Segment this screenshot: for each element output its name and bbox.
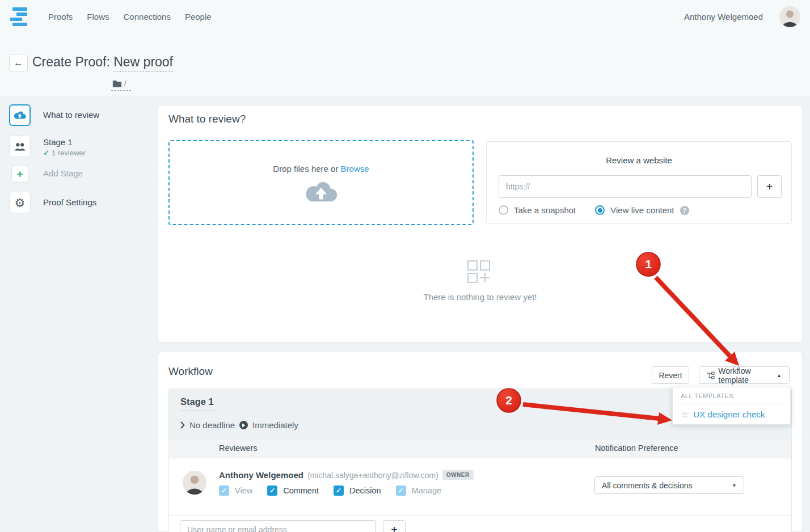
nav-item-people[interactable]: People	[185, 12, 212, 22]
avatar-image	[779, 6, 800, 27]
column-reviewers: Reviewers	[219, 444, 258, 453]
nav-item-proofs[interactable]: Proofs	[48, 12, 73, 22]
sidebar-stage-block: Stage 1 ✓ 1 reviewer	[43, 136, 86, 157]
proof-settings-label: Proof Settings	[43, 192, 96, 207]
workflow-template-button[interactable]: Workflow template ▲	[699, 366, 790, 384]
snapshot-label: Take a snapshot	[514, 205, 576, 215]
deadline-label[interactable]: No deadline	[189, 420, 235, 430]
empty-grid-icon	[467, 260, 493, 284]
permission-manage: ✓ Manage	[396, 485, 441, 496]
stage-title-field[interactable]: Stage 1	[180, 396, 217, 411]
website-card-title: Review a website	[487, 155, 791, 165]
plus-icon: +	[17, 169, 23, 179]
sidebar-item-stage-1[interactable]: Stage 1 ✓ 1 reviewer	[9, 136, 86, 157]
browse-link[interactable]: Browse	[341, 164, 369, 174]
reviewer-count: 1 reviewer	[52, 149, 86, 157]
create-proof-page: Proofs Flows Connections People Anthony …	[0, 0, 810, 532]
reviewer-name: Anthony Welgemoed	[219, 470, 303, 480]
empty-state: There is nothing to review yet!	[158, 260, 802, 302]
nav-item-flows[interactable]: Flows	[87, 12, 109, 22]
cloud-upload-icon	[305, 180, 338, 203]
logo-bar	[16, 12, 27, 16]
manage-label: Manage	[412, 486, 441, 495]
revert-button[interactable]: Revert	[652, 366, 689, 384]
add-reviewer-row: +	[169, 515, 791, 516]
reviewer-email: (michal.salyga+anthony@ziflow.com)	[307, 471, 438, 480]
workflow-template-menu: ALL TEMPLATES ☆ UX designer check	[672, 387, 791, 425]
sidebar-stage-status: ✓ 1 reviewer	[43, 149, 86, 157]
notification-preference-select[interactable]: All comments & decisions ▼	[594, 476, 744, 494]
template-menu-section: ALL TEMPLATES	[673, 387, 790, 404]
decision-checkbox[interactable]: ✓	[334, 485, 344, 496]
permission-decision: ✓ Decision	[334, 485, 381, 496]
permission-comment: ✓ Comment	[267, 485, 319, 496]
help-icon[interactable]: ?	[680, 206, 689, 215]
start-mode-icon	[239, 421, 248, 429]
reviewer-identity: Anthony Welgemoed (michal.salyga+anthony…	[219, 470, 474, 480]
upload-cloud-iconbox	[9, 104, 31, 126]
avatar-image	[183, 471, 206, 495]
title-prefix: Create Proof:	[32, 54, 110, 69]
template-item-label: UX designer check	[693, 409, 765, 419]
live-content-radio[interactable]	[595, 205, 605, 215]
comment-label: Comment	[283, 486, 319, 495]
add-url-button[interactable]: +	[757, 175, 782, 198]
workflow-template-icon	[707, 371, 715, 380]
caret-up-icon: ▲	[777, 373, 782, 378]
sidebar-item-add-stage[interactable]: + Add Stage	[9, 166, 83, 183]
reviewer-row-area: Anthony Welgemoed (michal.salyga+anthony…	[169, 458, 791, 532]
caret-down-icon: ▼	[732, 483, 737, 488]
owner-badge: OWNER	[442, 470, 474, 480]
add-reviewer-button[interactable]: +	[383, 520, 406, 532]
sidebar-label: What to review	[43, 104, 99, 120]
proof-name-field[interactable]: New proof	[113, 54, 173, 71]
nav-menu: Proofs Flows Connections People	[48, 0, 212, 33]
user-avatar[interactable]	[779, 6, 800, 27]
user-name[interactable]: Anthony Welgemoed	[684, 0, 763, 33]
workflow-panel: Workflow Revert Workflow template ▲ Stag…	[158, 352, 803, 532]
dropzone-text: Drop files here or Browse	[170, 164, 472, 174]
ziflow-logo-icon[interactable]	[8, 6, 28, 27]
page-header: ← Create Proof: New proof /	[0, 33, 810, 96]
snapshot-radio[interactable]	[499, 205, 508, 215]
page-title: Create Proof: New proof	[32, 54, 173, 70]
panel-heading: What to review?	[168, 113, 246, 125]
folder-selector[interactable]: /	[111, 79, 131, 91]
website-url-input[interactable]	[499, 175, 752, 198]
logo-bar	[10, 18, 22, 21]
check-icon: ✓	[398, 487, 404, 495]
gear-icon: ⚙	[15, 197, 26, 209]
logo-bar	[12, 23, 27, 26]
nav-item-connections[interactable]: Connections	[124, 12, 171, 22]
manage-checkbox[interactable]: ✓	[396, 485, 406, 496]
review-website-card: Review a website + Take a snapshot View …	[486, 141, 792, 224]
workflow-heading: Workflow	[168, 365, 213, 378]
sidebar-stage-label: Stage 1	[43, 137, 86, 147]
people-icon	[14, 142, 26, 151]
star-icon: ☆	[681, 410, 689, 419]
view-checkbox[interactable]: ✓	[219, 485, 229, 496]
add-stage-iconbox: +	[11, 166, 28, 183]
sidebar-item-what-to-review[interactable]: What to review	[9, 104, 99, 126]
check-icon: ✓	[269, 487, 275, 495]
add-reviewer-input[interactable]	[180, 520, 376, 532]
sidebar-item-proof-settings[interactable]: ⚙ Proof Settings	[9, 192, 96, 213]
dropzone-cloud	[170, 180, 472, 205]
check-icon: ✓	[221, 487, 227, 495]
chevron-right-icon	[180, 421, 185, 429]
what-to-review-panel: What to review? Drop files here or Brows…	[158, 105, 803, 343]
start-mode-label[interactable]: Immediately	[252, 420, 298, 430]
live-content-label: View live content	[610, 205, 674, 215]
permission-view: ✓ View	[219, 485, 252, 496]
top-nav: Proofs Flows Connections People Anthony …	[0, 0, 810, 33]
add-stage-label: Add Stage	[43, 166, 83, 178]
column-notification-preference: Notification Preference	[595, 444, 678, 453]
comment-checkbox[interactable]: ✓	[267, 485, 277, 496]
workflow-template-label: Workflow template	[718, 366, 773, 385]
stage-deadline-row: No deadline Immediately	[180, 420, 298, 430]
template-menu-item-ux-designer-check[interactable]: ☆ UX designer check	[673, 404, 790, 424]
view-label: View	[235, 486, 252, 495]
reviewer-avatar	[183, 471, 206, 495]
back-button[interactable]: ←	[9, 54, 28, 71]
file-dropzone[interactable]: Drop files here or Browse	[168, 140, 474, 225]
